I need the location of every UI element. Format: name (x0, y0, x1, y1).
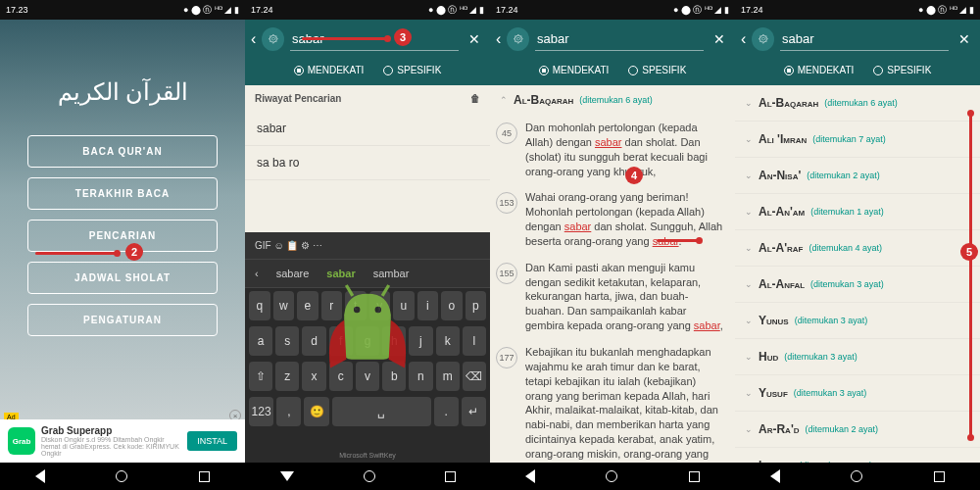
key[interactable]: d (302, 326, 325, 356)
key[interactable]: m (436, 362, 460, 391)
clear-icon[interactable]: ✕ (465, 31, 484, 47)
clear-icon[interactable]: ✕ (955, 31, 974, 47)
search-history: Riwayat Pencarian 🗑 sabar sa ba ro (245, 85, 490, 232)
key[interactable]: q (249, 291, 270, 320)
ayat-count: (ditemukan 6 ayat) (579, 95, 653, 105)
key[interactable]: p (466, 291, 487, 320)
key[interactable]: g (356, 326, 379, 356)
search-input[interactable] (535, 27, 704, 51)
nav-back-icon[interactable] (770, 469, 780, 483)
key[interactable]: n (409, 362, 432, 391)
key[interactable]: ↵ (462, 397, 486, 426)
nav-back-icon[interactable] (35, 469, 45, 483)
nav-back-icon[interactable] (280, 471, 294, 481)
menu-jadwal-sholat[interactable]: JADWAL SHOLAT (27, 262, 218, 294)
key[interactable]: ⌫ (463, 362, 486, 391)
suggestion[interactable]: sambar (368, 266, 416, 281)
surah-header[interactable]: ⌃ Al-Baqarah (ditemukan 6 ayat) (490, 85, 735, 115)
surah-row[interactable]: ⌄Yunus(ditemukan 3 ayat) (735, 303, 980, 339)
key[interactable]: z (275, 362, 299, 391)
back-icon[interactable]: ‹ (251, 30, 256, 48)
ad-brand-icon: Grab (8, 427, 35, 455)
back-icon[interactable]: ‹ (741, 30, 746, 48)
surah-row[interactable]: ⌄Yusuf(ditemukan 3 ayat) (735, 375, 980, 412)
surah-row[interactable]: ⌄Hud(ditemukan 3 ayat) (735, 339, 980, 375)
nav-home-icon[interactable] (116, 470, 127, 482)
history-label: Riwayat Pencarian (255, 93, 341, 104)
clear-icon[interactable]: ✕ (710, 31, 729, 47)
nav-recents-icon[interactable] (934, 471, 945, 482)
surah-row[interactable]: ⌄Ar-Ra'd(ditemukan 2 ayat) (735, 412, 980, 448)
key[interactable]: v (356, 362, 379, 391)
surah-row[interactable]: ⌄Ali 'Imran(ditemukan 7 ayat) (735, 122, 980, 158)
search-input[interactable] (780, 27, 949, 51)
ayat-item[interactable]: 155Dan Kami pasti akan menguji kamu deng… (490, 255, 735, 339)
key[interactable]: w (273, 291, 295, 320)
nav-back-icon[interactable] (525, 469, 535, 483)
soft-keyboard[interactable]: GIF ☺ 📋 ⚙ ⋯ ‹ sabare sabar sambar qwerty… (245, 232, 490, 463)
menu-pengaturan[interactable]: PENGATURAN (27, 304, 218, 336)
key[interactable]: ⇧ (249, 362, 272, 391)
ayat-item[interactable]: 177Kebajikan itu bukanlah menghadapkan w… (490, 339, 735, 463)
key[interactable]: s (275, 326, 299, 356)
history-item[interactable]: sa ba ro (245, 146, 490, 180)
key[interactable]: y (369, 291, 391, 320)
surah-row[interactable]: ⌄Al-An'am(ditemukan 1 ayat) (735, 194, 980, 230)
android-navbar (245, 463, 490, 490)
key[interactable]: r (321, 291, 343, 320)
ad-install-button[interactable]: INSTAL (187, 431, 237, 451)
key[interactable]: i (417, 291, 439, 320)
suggestion[interactable]: sabare (270, 266, 316, 281)
history-item[interactable]: sabar (245, 112, 490, 146)
surah-list[interactable]: ⌄Al-Baqarah(ditemukan 6 ayat)⌄Ali 'Imran… (735, 85, 980, 463)
key[interactable]: j (409, 326, 432, 356)
key[interactable]: 🙂 (304, 397, 328, 426)
radio-spesifik[interactable]: Spesifik (873, 65, 931, 75)
surah-row[interactable]: ⌄Al-A'raf(ditemukan 4 ayat) (735, 230, 980, 267)
key[interactable]: t (345, 291, 367, 320)
nav-home-icon[interactable] (364, 470, 375, 482)
key[interactable]: 123 (249, 397, 273, 426)
nav-recents-icon[interactable] (445, 471, 456, 482)
key[interactable]: , (276, 397, 301, 426)
ayat-count: (ditemukan 4 ayat) (809, 243, 883, 253)
key[interactable]: k (436, 326, 460, 356)
key[interactable]: a (249, 326, 272, 356)
ayat-item[interactable]: 153Wahai orang-orang yang beriman! Mohon… (490, 184, 735, 254)
suggestion-active[interactable]: sabar (320, 266, 361, 281)
ayat-item[interactable]: 45Dan mohonlah pertolongan (kepada Allah… (490, 115, 735, 184)
key[interactable]: b (382, 362, 406, 391)
delete-history-icon[interactable]: 🗑 (470, 93, 480, 104)
banner-ad[interactable]: Grab Grab Superapp Diskon Ongkir s.d 99%… (0, 419, 245, 463)
key[interactable]: e (297, 291, 318, 320)
key[interactable]: f (329, 326, 353, 356)
chevron-down-icon: ⌄ (745, 243, 753, 253)
key[interactable]: x (302, 362, 325, 391)
nav-home-icon[interactable] (851, 470, 862, 482)
radio-mendekati[interactable]: Mendekati (784, 65, 855, 75)
key[interactable]: o (441, 291, 463, 320)
key[interactable]: h (382, 326, 406, 356)
screen-search-input: 17.24 ● ⬤ ⓝ ᴴᴰ ◢ ▮ ‹ ۞ ✕ Mendekati Spesi… (245, 0, 490, 490)
key[interactable]: l (463, 326, 486, 356)
nav-home-icon[interactable] (606, 470, 617, 482)
radio-mendekati[interactable]: Mendekati (294, 65, 365, 75)
surah-row[interactable]: ⌄An-Nisa'(ditemukan 2 ayat) (735, 158, 980, 194)
radio-spesifik[interactable]: Spesifik (383, 65, 441, 75)
key[interactable]: ␣ (332, 397, 431, 426)
nav-recents-icon[interactable] (689, 471, 700, 482)
nav-recents-icon[interactable] (199, 471, 210, 482)
back-icon[interactable]: ‹ (496, 30, 501, 48)
radio-spesifik[interactable]: Spesifik (628, 65, 686, 75)
key[interactable]: . (434, 397, 459, 426)
menu-pencarian[interactable]: PENCARIAN (27, 220, 218, 252)
menu-terakhir-baca[interactable]: TERAKHIR BACA (27, 177, 218, 210)
surah-row[interactable]: ⌄Ibrahim(ditemukan 2 ayat) (735, 448, 980, 463)
surah-row[interactable]: ⌄Al-Baqarah(ditemukan 6 ayat) (735, 85, 980, 122)
surah-row[interactable]: ⌄Al-Anfal(ditemukan 3 ayat) (735, 267, 980, 303)
radio-mendekati[interactable]: Mendekati (539, 65, 610, 75)
menu-baca-quran[interactable]: BACA QUR'AN (27, 135, 218, 168)
key[interactable]: u (393, 291, 415, 320)
surah-name: Hud (759, 350, 778, 364)
key[interactable]: c (329, 362, 353, 391)
